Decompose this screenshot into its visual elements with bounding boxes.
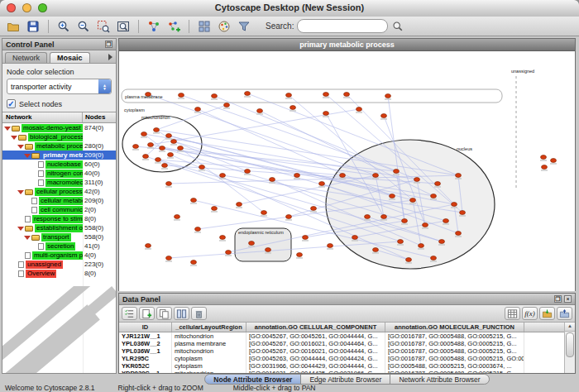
gene-node[interactable] xyxy=(551,159,557,163)
gene-node[interactable] xyxy=(156,158,161,162)
network-canvas[interactable]: plasma membranecytoplasmmitochondrionnuc… xyxy=(119,51,575,291)
gene-node[interactable] xyxy=(160,146,165,151)
gene-node[interactable] xyxy=(297,253,303,257)
gene-node[interactable] xyxy=(294,174,300,178)
tree-item-response-to-stimu[interactable]: response to stimu8(0) xyxy=(2,214,116,223)
grid-view-button[interactable] xyxy=(195,18,213,35)
gene-node[interactable] xyxy=(154,128,160,132)
gene-node[interactable] xyxy=(373,174,379,178)
copy-attribute-button[interactable] xyxy=(156,307,172,320)
zoom-out-button[interactable] xyxy=(74,18,93,35)
network-edge[interactable] xyxy=(181,95,396,171)
gene-node[interactable] xyxy=(195,108,201,112)
tree-item-biological-process[interactable]: biological_process xyxy=(2,132,116,141)
gene-node[interactable] xyxy=(541,155,547,160)
network-graph-button[interactable] xyxy=(145,18,163,35)
gene-node[interactable] xyxy=(419,244,424,248)
gene-node[interactable] xyxy=(439,240,445,244)
tree-item-unassigned[interactable]: unassigned223(0) xyxy=(2,260,116,269)
tree-item-nitrogen-compo[interactable]: nitrogen compo40(0) xyxy=(2,169,116,178)
gene-node[interactable] xyxy=(286,215,292,219)
table-row[interactable]: YDR039C__1mitochondrion[GO:0016021, GO:0… xyxy=(119,370,575,373)
gene-node[interactable] xyxy=(385,94,391,98)
formula-builder-button[interactable]: f(x) xyxy=(522,307,538,320)
gene-node[interactable] xyxy=(328,244,333,248)
gene-node[interactable] xyxy=(270,178,275,182)
gene-node[interactable] xyxy=(171,140,177,144)
tab-scroll-right-button[interactable] xyxy=(108,54,112,60)
gene-node[interactable] xyxy=(245,92,251,96)
advanced-search-button[interactable] xyxy=(389,18,407,35)
gene-node[interactable] xyxy=(166,182,172,186)
expand-toggle-icon[interactable] xyxy=(17,225,24,232)
gene-node[interactable] xyxy=(195,227,201,232)
import-attributes-button[interactable] xyxy=(539,307,555,320)
table-row[interactable]: YPL036W__2plasma membrane[GO:0045267, GO… xyxy=(119,340,575,347)
gene-node[interactable] xyxy=(133,145,139,149)
attribute-list-button[interactable] xyxy=(174,307,189,320)
table-row[interactable]: YPL036W__1mitochondrion[GO:0045267, GO:0… xyxy=(119,347,575,355)
open-session-button[interactable] xyxy=(4,18,22,35)
search-input[interactable] xyxy=(297,19,388,33)
gene-node[interactable] xyxy=(266,248,271,252)
gene-node[interactable] xyxy=(423,223,428,227)
tree-item-cellular-process[interactable]: cellular process42(0) xyxy=(2,187,116,196)
export-attributes-button[interactable] xyxy=(557,307,572,320)
tab-mosaic[interactable]: Mosaic xyxy=(50,52,90,63)
table-scrollbar[interactable]: ▲ xyxy=(564,323,575,373)
gene-node[interactable] xyxy=(431,256,437,261)
gene-node[interactable] xyxy=(319,182,325,186)
gene-node[interactable] xyxy=(146,244,151,248)
table-row[interactable]: YKR052Ccytoplasm[GO:0031966, GO:0044429,… xyxy=(119,362,575,370)
scrollbar-thumb[interactable] xyxy=(566,332,574,357)
gene-node[interactable] xyxy=(414,178,420,182)
gene-node[interactable] xyxy=(168,153,174,157)
gene-node[interactable] xyxy=(373,248,379,252)
tree-item-primary-metab[interactable]: primary metab209(0) xyxy=(2,151,116,160)
tab-network[interactable]: Network xyxy=(5,52,47,63)
table-row[interactable]: YJR121W__1mitochondrion[GO:0045267, GO:0… xyxy=(119,332,575,340)
vizmapper-button[interactable] xyxy=(215,18,233,35)
table-row[interactable]: YLR295Ccytoplasm[GO:0045263, GO:0044444,… xyxy=(119,355,575,362)
column-header-molecular-function[interactable]: annotation.GO MOLECULAR_FUNCTION xyxy=(385,323,524,332)
gene-node[interactable] xyxy=(381,215,387,219)
expand-toggle-icon[interactable] xyxy=(17,189,24,195)
gene-node[interactable] xyxy=(340,174,346,178)
gene-node[interactable] xyxy=(178,146,184,151)
gene-node[interactable] xyxy=(257,109,263,113)
gene-node[interactable] xyxy=(220,174,226,178)
create-attribute-button[interactable] xyxy=(139,307,155,320)
gene-node[interactable] xyxy=(249,241,255,246)
gene-node[interactable] xyxy=(191,198,197,203)
zoom-in-button[interactable] xyxy=(55,18,73,35)
new-network-from-selection-button[interactable] xyxy=(165,18,183,35)
gene-node[interactable] xyxy=(402,219,408,223)
save-session-button[interactable] xyxy=(24,18,42,35)
gene-node[interactable] xyxy=(175,215,180,219)
gene-node[interactable] xyxy=(390,194,395,198)
expand-toggle-icon[interactable] xyxy=(11,134,17,141)
tree-item-cell-communica[interactable]: cell communica2(0) xyxy=(2,205,116,214)
gene-node[interactable] xyxy=(166,256,172,261)
gene-node[interactable] xyxy=(456,232,462,236)
expand-toggle-icon[interactable] xyxy=(17,143,24,150)
tree-item-transport[interactable]: transport558(0) xyxy=(2,232,116,241)
gene-node[interactable] xyxy=(356,108,362,112)
gene-node[interactable] xyxy=(245,170,251,174)
column-header-cellular-component[interactable]: annotation.GO CELLULAR_COMPONENT xyxy=(246,323,385,332)
gene-node[interactable] xyxy=(365,215,371,219)
tree-item-mosaic-demo-yeast[interactable]: mosaic-demo-yeast874(0) xyxy=(2,123,116,132)
gene-node[interactable] xyxy=(381,114,387,118)
gene-node[interactable] xyxy=(212,207,218,211)
scroll-up-icon[interactable]: ▲ xyxy=(565,323,575,332)
gene-node[interactable] xyxy=(199,165,205,170)
select-nodes-checkbox[interactable]: ✓ xyxy=(7,99,16,108)
gene-node[interactable] xyxy=(311,207,317,211)
gene-node[interactable] xyxy=(323,93,329,97)
tree-item-establishment-of-lo[interactable]: establishment of lo558(0) xyxy=(2,223,116,232)
gene-node[interactable] xyxy=(226,251,232,255)
node-color-dropdown[interactable]: transporter activity ▲▼ xyxy=(7,79,112,94)
gene-node[interactable] xyxy=(435,182,441,186)
gene-node[interactable] xyxy=(443,219,449,223)
gene-node[interactable] xyxy=(148,143,154,147)
